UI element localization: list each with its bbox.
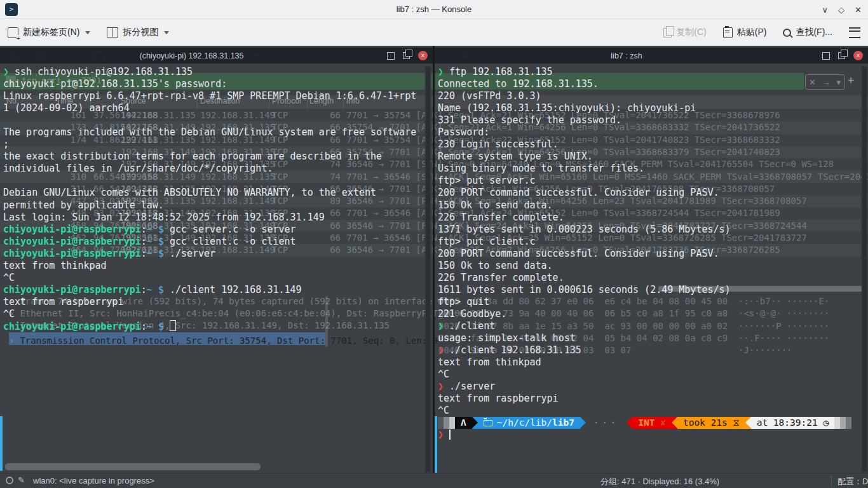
capture-status: wlan0: <live capture in progress> [33, 476, 154, 485]
terminal-line: individual files in /usr/share/doc/*/cop… [3, 163, 424, 175]
capture-comment-icon: ✎ [18, 475, 25, 485]
left-pane-title: (chiyoyuki-pi) 192.168.31.135 [0, 51, 383, 60]
terminal-line: chiyoyuki-pi@raspberrypi:~ $ [3, 320, 424, 332]
toolbar: 新建标签页(N) 拆分视图 复制(C) 粘贴(P) 查找(F)... [0, 19, 868, 46]
terminal-line: ftp> put server.c [438, 175, 860, 187]
terminal-line: chiyoyuki-pi@192.168.31.135's password: [3, 78, 424, 90]
wireshark-statusbar: ✎ wlan0: <live capture in progress> 分组: … [0, 473, 868, 488]
packet-counts: 分组: 471 · Displayed: 16 (3.4%) [600, 476, 719, 487]
titlebar: > lib7 : zsh — Konsole ∨ ◇ ✕ [0, 0, 868, 19]
find-button[interactable]: 查找(F)... [783, 27, 832, 38]
terminal-line: Using binary mode to transfer files. [438, 163, 860, 175]
terminal-line: chiyoyuki-pi@raspberrypi:~ $ ./client 19… [3, 284, 424, 296]
scrollbar-thumb[interactable] [425, 66, 431, 472]
terminal-line: ; [3, 139, 424, 151]
right-pane-title: lib7 : zsh [435, 51, 818, 60]
hamburger-icon [849, 27, 860, 38]
terminal-line: chiyoyuki-pi@raspberrypi:~ $ gcc server.… [3, 224, 424, 236]
terminal-line: The programs included with the Debian GN… [3, 126, 424, 139]
p10k-status-bar: Λ~/h/c/lib/lib7···INT ✘took 21s ⧖at 18:3… [438, 417, 851, 429]
new-tab-label: 新建标签页(N) [23, 27, 79, 38]
terminal-line: chiyoyuki-pi@raspberrypi:~ $ gcc client.… [3, 236, 424, 248]
terminal-line: ❯ ./client [438, 320, 860, 332]
terminal-line: 226 Transfer complete. [438, 212, 860, 224]
close-pane-icon[interactable]: × [418, 51, 428, 60]
terminal-line: ^C [438, 369, 860, 381]
scrollbar-thumb[interactable] [862, 66, 867, 472]
close-pane-icon[interactable]: × [853, 51, 863, 60]
terminal-line: ❯ ./server [438, 381, 860, 393]
right-terminal[interactable]: ❯ ftp 192.168.31.135Connected to 192.168… [435, 66, 860, 473]
exit-status-segment: INT ✘ [632, 417, 672, 429]
expert-info-icon [6, 477, 13, 484]
terminal-line: chiyoyuki-pi@raspberrypi:~ $ ./server [3, 248, 424, 260]
terminal-line: ❯ [438, 429, 860, 441]
right-pane-header[interactable]: lib7 : zsh × [435, 48, 868, 64]
terminal-line: 150 Ok to send data. [438, 200, 860, 212]
close-button[interactable]: ✕ [855, 5, 862, 15]
terminal-line: Remote system type is UNIX. [438, 151, 860, 163]
konsole-app-icon: > [5, 3, 18, 16]
terminal-line: permitted by applicable law. [3, 200, 424, 212]
terminal-line: ❯ ssh chiyoyuki-pi@192.168.31.135 [3, 66, 424, 78]
terminal-line: Connected to 192.168.31.135. [438, 78, 860, 90]
terminal-line: Linux raspberrypi 6.6.47+rpt-rpi-v8 #1 S… [3, 90, 424, 102]
os-icon: Λ [455, 417, 472, 429]
detach-pane-icon[interactable] [838, 52, 845, 59]
p10k-dots: ··· [586, 417, 627, 429]
terminal-line: Name (192.168.31.135:chiyoyuki): chiyoyu… [438, 102, 860, 114]
terminal-line: 220 (vsFTPd 3.0.3) [438, 90, 860, 102]
cursor [170, 320, 176, 331]
terminal-line: ^C [438, 405, 860, 417]
terminal-line: 150 Ok to send data. [438, 260, 860, 272]
split-view-label: 拆分视图 [123, 27, 158, 38]
split-view-button[interactable]: 拆分视图 [107, 27, 169, 38]
maximize-pane-icon[interactable] [822, 52, 830, 60]
terminal-line: 221 Goodbye. [438, 308, 860, 320]
profile-label: 配置：Default [837, 476, 868, 487]
chevron-down-icon [164, 31, 169, 34]
terminal-line: ftp> put client.c [438, 236, 860, 248]
menu-button[interactable] [849, 27, 860, 38]
terminal-line: 1611 bytes sent in 0.000616 seconds (2.4… [438, 284, 860, 296]
maximize-button[interactable]: ◇ [838, 5, 844, 15]
right-scrollbar[interactable] [861, 66, 868, 473]
terminal-line: ftp> quit [438, 296, 860, 308]
copy-button[interactable]: 复制(C) [663, 27, 706, 38]
maximize-pane-icon[interactable] [387, 52, 395, 60]
left-scrollbar[interactable] [424, 66, 431, 473]
terminal-line: 331 Please specify the password. [438, 114, 860, 126]
terminal-line: ^C [3, 272, 424, 284]
terminal-line: 1371 bytes sent in 0.000223 seconds (5.8… [438, 224, 860, 236]
cursor [449, 430, 451, 440]
workspace: ❯ ⇤ ⇥ ◯ ▦ tcp.port == 7701 ✕ → ▾ + No.Ti… [0, 46, 868, 488]
pane-splitter[interactable] [433, 46, 435, 473]
terminal-line: Λ~/h/c/lib/lib7···INT ✘took 21s ⧖at 18:3… [438, 417, 860, 429]
minimize-button[interactable]: ∨ [822, 5, 829, 15]
detach-pane-icon[interactable] [403, 52, 410, 59]
new-tab-button[interactable]: 新建标签页(N) [8, 27, 90, 38]
terminal-line [3, 114, 424, 126]
terminal-line: the exact distribution terms for each pr… [3, 151, 424, 163]
terminal-line: Debian GNU/Linux comes with ABSOLUTELY N… [3, 187, 424, 199]
window-title: lib7 : zsh — Konsole [0, 4, 868, 14]
left-pane-header[interactable]: (chiyoyuki-pi) 192.168.31.135 × [0, 48, 433, 64]
terminal-line: Password: [438, 126, 860, 139]
folder-icon [484, 420, 492, 426]
terminal-line: Last login: Sun Jan 12 18:48:52 2025 fro… [3, 212, 424, 224]
terminal-line: usage: simplex-talk host [438, 332, 860, 344]
find-label: 查找(F)... [796, 27, 832, 38]
terminal-line: 226 Transfer complete. [438, 272, 860, 284]
left-terminal[interactable]: ❯ ssh chiyoyuki-pi@192.168.31.135chiyoyu… [0, 66, 424, 473]
chevron-down-icon [85, 31, 90, 34]
terminal-line: ^C [3, 308, 424, 320]
terminal-line: 200 PORT command successful. Consider us… [438, 248, 860, 260]
terminal-line: ❯ ./client 192.168.31.135 [438, 344, 860, 356]
statusbar-divider [831, 475, 832, 487]
copy-icon [663, 28, 672, 37]
terminal-line [3, 175, 424, 187]
paste-button[interactable]: 粘贴(P) [723, 27, 767, 38]
paste-label: 粘贴(P) [737, 27, 767, 38]
konsole-window: > lib7 : zsh — Konsole ∨ ◇ ✕ 新建标签页(N) 拆分… [0, 0, 868, 488]
new-tab-icon [8, 27, 18, 38]
